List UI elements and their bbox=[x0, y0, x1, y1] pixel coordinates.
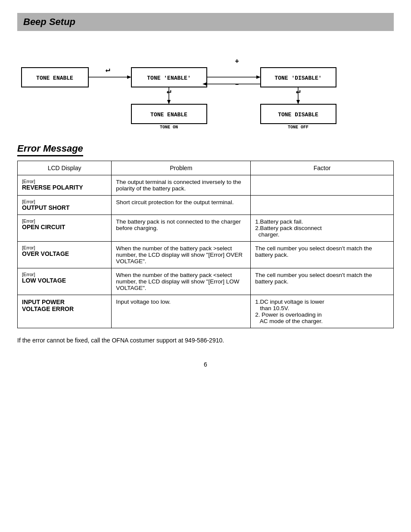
diagram-svg: TONE ENABLE ↵ TONE 'ENABLE' + – TONE 'DI… bbox=[17, 44, 396, 130]
error-table: LCD Display Problem Factor [Error] REVER… bbox=[17, 161, 394, 328]
lcd-cell: [Error] OUTPUT SHORT bbox=[18, 196, 112, 215]
error-message-header: Error Message bbox=[17, 143, 394, 156]
svg-marker-17 bbox=[167, 100, 171, 104]
lcd-label-4: [Error] bbox=[22, 245, 107, 250]
table-row: [Error] OUTPUT SHORT Short circuit prote… bbox=[18, 196, 394, 215]
beep-setup-title: Beep Setup bbox=[23, 16, 388, 28]
problem-cell: When the number of the battery pack >sel… bbox=[112, 242, 251, 268]
lcd-cell: [Error] REVERSE POLARITY bbox=[18, 175, 112, 196]
factor-cell: 1.DC input voltage is lower than 10.5V.2… bbox=[251, 295, 394, 328]
lcd-code-4: OVER VOLTAGE bbox=[22, 250, 69, 257]
svg-text:TONE ENABLE: TONE ENABLE bbox=[36, 75, 73, 81]
header-lcd: LCD Display bbox=[18, 161, 112, 175]
tone-diagram: TONE ENABLE ↵ TONE 'ENABLE' + – TONE 'DI… bbox=[17, 44, 394, 130]
footer-note: If the error cannot be fixed, call the O… bbox=[17, 337, 394, 344]
svg-text:TONE  DISABLE: TONE DISABLE bbox=[278, 112, 318, 118]
svg-text:TONE  'ENABLE': TONE 'ENABLE' bbox=[147, 75, 190, 81]
page-number: 6 bbox=[17, 361, 394, 368]
svg-text:+: + bbox=[235, 58, 239, 65]
lcd-cell: [Error] OVER VOLTAGE bbox=[18, 242, 112, 268]
problem-cell: The battery pack is not connected to the… bbox=[112, 215, 251, 242]
lcd-cell: [Error] LOW VOLTAGE bbox=[18, 268, 112, 295]
svg-marker-3 bbox=[127, 75, 131, 79]
svg-text:↵: ↵ bbox=[106, 65, 110, 74]
table-row: INPUT POWER VOLTAGE ERROR Input voltage … bbox=[18, 295, 394, 328]
factor-cell bbox=[251, 196, 394, 215]
lcd-code-6a: INPUT POWER bbox=[22, 299, 65, 305]
lcd-code-1: REVERSE POLARITY bbox=[22, 184, 83, 191]
lcd-code-6b: VOLTAGE ERROR bbox=[22, 305, 74, 312]
factor-cell: 1.Battery pack fail.2.Battery pack disco… bbox=[251, 215, 394, 242]
factor-cell: The cell number you select doesn't match… bbox=[251, 268, 394, 295]
problem-cell: When the number of the battery pack <sel… bbox=[112, 268, 251, 295]
svg-marker-23 bbox=[296, 100, 300, 104]
svg-marker-9 bbox=[256, 75, 261, 79]
beep-setup-header: Beep Setup bbox=[17, 13, 394, 31]
factor-cell bbox=[251, 175, 394, 196]
error-message-title: Error Message bbox=[17, 143, 83, 156]
svg-text:TONE OFF: TONE OFF bbox=[288, 125, 308, 130]
lcd-cell: [Error] OPEN CIRCUIT bbox=[18, 215, 112, 242]
svg-text:–: – bbox=[235, 81, 239, 88]
table-row: [Error] REVERSE POLARITY The output term… bbox=[18, 175, 394, 196]
factor-cell: The cell number you select doesn't match… bbox=[251, 242, 394, 268]
lcd-cell: INPUT POWER VOLTAGE ERROR bbox=[18, 295, 112, 328]
table-row: [Error] LOW VOLTAGE When the number of t… bbox=[18, 268, 394, 295]
lcd-label-1: [Error] bbox=[22, 179, 107, 184]
header-factor: Factor bbox=[251, 161, 394, 175]
lcd-label-3: [Error] bbox=[22, 218, 107, 224]
svg-text:TONE ENABLE: TONE ENABLE bbox=[150, 112, 187, 118]
table-row: [Error] OPEN CIRCUIT The battery pack is… bbox=[18, 215, 394, 242]
problem-cell: Input voltage too low. bbox=[112, 295, 251, 328]
table-row: [Error] OVER VOLTAGE When the number of … bbox=[18, 242, 394, 268]
header-problem: Problem bbox=[112, 161, 251, 175]
problem-cell: The output terminal is connected inverse… bbox=[112, 175, 251, 196]
lcd-code-3: OPEN CIRCUIT bbox=[22, 224, 65, 230]
svg-text:TONE  'DISABLE': TONE 'DISABLE' bbox=[274, 75, 321, 81]
problem-cell: Short circuit protection for the output … bbox=[112, 196, 251, 215]
lcd-code-2: OUTPUT SHORT bbox=[22, 204, 69, 211]
lcd-label-5: [Error] bbox=[22, 272, 107, 277]
lcd-code-5: LOW VOLTAGE bbox=[22, 277, 66, 284]
lcd-label-2: [Error] bbox=[22, 199, 107, 204]
svg-text:TONE ON: TONE ON bbox=[160, 125, 178, 130]
